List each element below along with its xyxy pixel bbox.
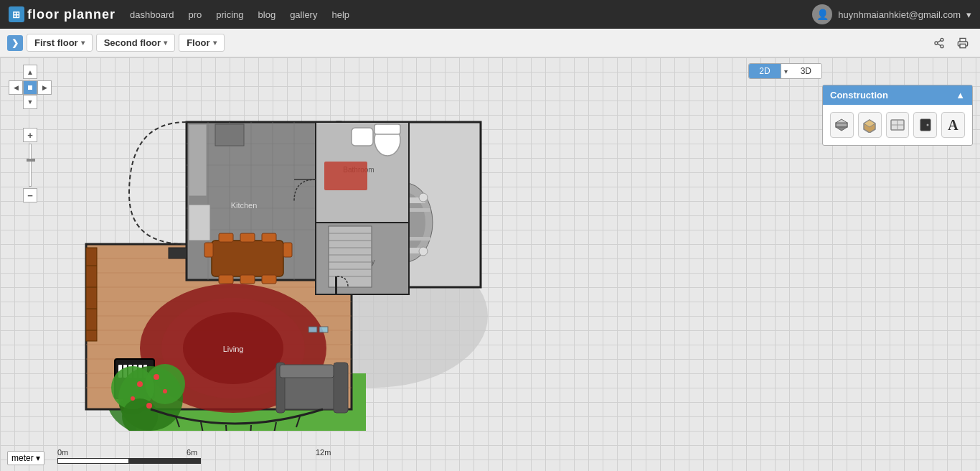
scale-label-6m: 6m bbox=[187, 448, 258, 457]
unit-selector[interactable]: meter ▾ bbox=[7, 451, 44, 465]
svg-rect-70 bbox=[219, 275, 233, 284]
main-area: ▲ ◀ ▶ ▼ + − bbox=[0, 57, 980, 471]
svg-point-96 bbox=[137, 381, 143, 387]
zoom-in-button[interactable]: + bbox=[23, 128, 37, 142]
svg-rect-65 bbox=[189, 205, 210, 241]
pan-center-button[interactable] bbox=[23, 80, 37, 95]
svg-line-104 bbox=[250, 425, 251, 431]
2d-dropdown-button[interactable]: ▾ bbox=[781, 64, 791, 78]
user-chevron: ▾ bbox=[966, 9, 971, 20]
unit-chevron: ▾ bbox=[36, 453, 40, 463]
svg-point-0 bbox=[941, 38, 943, 41]
svg-rect-112 bbox=[169, 248, 187, 258]
nav-controls: ▲ ◀ ▶ ▼ + − bbox=[9, 65, 52, 202]
app-header: ⊞ floor planner dashboard pro pricing bl… bbox=[0, 0, 980, 29]
second-floor-chevron: ▾ bbox=[164, 39, 167, 47]
logo-icon: ⊞ bbox=[9, 6, 24, 22]
svg-rect-67 bbox=[219, 233, 233, 242]
svg-rect-74 bbox=[283, 243, 292, 257]
svg-rect-116 bbox=[836, 123, 847, 127]
user-menu[interactable]: 👤 huynhmaianhkiet@gmail.com ▾ bbox=[812, 4, 971, 24]
svg-point-100 bbox=[131, 396, 135, 401]
canvas-area[interactable]: ▲ ◀ ▶ ▼ + − bbox=[0, 57, 980, 471]
pan-up-button[interactable]: ▲ bbox=[23, 65, 37, 79]
print-button[interactable] bbox=[953, 33, 973, 53]
text-tool[interactable]: A bbox=[941, 112, 965, 138]
door-tool[interactable] bbox=[913, 112, 937, 138]
svg-rect-71 bbox=[240, 275, 255, 284]
sidebar-toggle-button[interactable]: ❯ bbox=[7, 35, 23, 51]
svg-point-19 bbox=[419, 193, 428, 202]
pan-down-button[interactable]: ▼ bbox=[23, 95, 37, 109]
svg-rect-72 bbox=[262, 275, 276, 284]
svg-point-1 bbox=[935, 42, 938, 45]
scale-labels: 0m 6m 12m bbox=[57, 448, 387, 457]
pan-left-button[interactable]: ◀ bbox=[9, 80, 23, 95]
svg-rect-80 bbox=[334, 363, 348, 413]
svg-marker-118 bbox=[836, 119, 847, 123]
svg-rect-113 bbox=[335, 276, 337, 294]
ceiling-tool[interactable] bbox=[886, 112, 910, 138]
svg-rect-114 bbox=[308, 327, 317, 332]
scale-visual bbox=[57, 458, 201, 464]
nav-pricing[interactable]: pricing bbox=[216, 9, 243, 20]
floor-chevron: ▾ bbox=[213, 39, 217, 47]
share-button[interactable] bbox=[929, 33, 949, 53]
svg-rect-5 bbox=[960, 44, 966, 47]
second-floor-label: Second floor bbox=[104, 37, 161, 48]
unit-label: meter bbox=[11, 453, 34, 463]
svg-marker-119 bbox=[836, 127, 847, 131]
first-floor-tab[interactable]: First floor ▾ bbox=[27, 34, 93, 52]
construction-panel: Construction ▲ bbox=[822, 85, 973, 146]
svg-rect-61 bbox=[324, 162, 367, 190]
nav-pro[interactable]: pro bbox=[188, 9, 202, 20]
second-floor-tab[interactable]: Second floor ▾ bbox=[96, 34, 175, 52]
nav-dashboard[interactable]: dashboard bbox=[130, 9, 174, 20]
3d-view-button[interactable]: 3D bbox=[791, 64, 821, 78]
2d-view-button[interactable]: 2D bbox=[749, 64, 780, 78]
scale-label-12m: 12m bbox=[316, 448, 387, 457]
nav-gallery[interactable]: gallery bbox=[290, 9, 317, 20]
nav-blog[interactable]: blog bbox=[258, 9, 276, 20]
nav-help[interactable]: help bbox=[331, 9, 349, 20]
svg-text:Kitchen: Kitchen bbox=[231, 201, 258, 210]
svg-point-98 bbox=[163, 389, 167, 393]
svg-rect-107 bbox=[86, 248, 97, 341]
svg-point-99 bbox=[146, 403, 152, 409]
svg-rect-64 bbox=[215, 124, 244, 146]
svg-rect-115 bbox=[319, 327, 328, 332]
svg-rect-63 bbox=[189, 124, 207, 196]
construction-title: Construction bbox=[830, 90, 888, 101]
svg-rect-68 bbox=[240, 233, 255, 242]
first-floor-label: First floor bbox=[34, 37, 78, 48]
svg-line-103 bbox=[226, 425, 227, 431]
zoom-handle bbox=[27, 159, 35, 162]
logo-text: floor planner bbox=[27, 7, 116, 22]
svg-line-4 bbox=[938, 40, 941, 42]
zoom-out-button[interactable]: − bbox=[23, 188, 37, 202]
scale-black-segment bbox=[129, 458, 201, 464]
scale-label-0m: 0m bbox=[57, 448, 129, 457]
floor-tab[interactable]: Floor ▾ bbox=[179, 34, 225, 52]
walls-tool[interactable] bbox=[830, 112, 854, 138]
svg-rect-73 bbox=[204, 243, 213, 257]
pan-right-button[interactable]: ▶ bbox=[37, 80, 52, 95]
floor-plan[interactable]: Garage bbox=[72, 86, 560, 431]
zoom-controls: + − bbox=[23, 128, 37, 202]
floor-tool[interactable] bbox=[858, 112, 882, 138]
svg-line-3 bbox=[938, 44, 941, 46]
svg-point-21 bbox=[419, 247, 428, 256]
svg-rect-69 bbox=[262, 233, 276, 242]
svg-rect-66 bbox=[212, 241, 283, 276]
construction-collapse-icon[interactable]: ▲ bbox=[956, 90, 965, 101]
svg-point-97 bbox=[154, 374, 159, 380]
svg-point-127 bbox=[926, 124, 928, 126]
logo[interactable]: ⊞ floor planner bbox=[9, 6, 116, 22]
user-email: huynhmaianhkiet@gmail.com bbox=[838, 9, 961, 20]
scale-white-segment bbox=[57, 458, 129, 464]
construction-tools: A bbox=[823, 105, 972, 145]
first-floor-chevron: ▾ bbox=[81, 39, 85, 47]
zoom-slider[interactable] bbox=[29, 144, 32, 187]
svg-rect-60 bbox=[352, 128, 373, 146]
floor-label: Floor bbox=[187, 37, 210, 48]
